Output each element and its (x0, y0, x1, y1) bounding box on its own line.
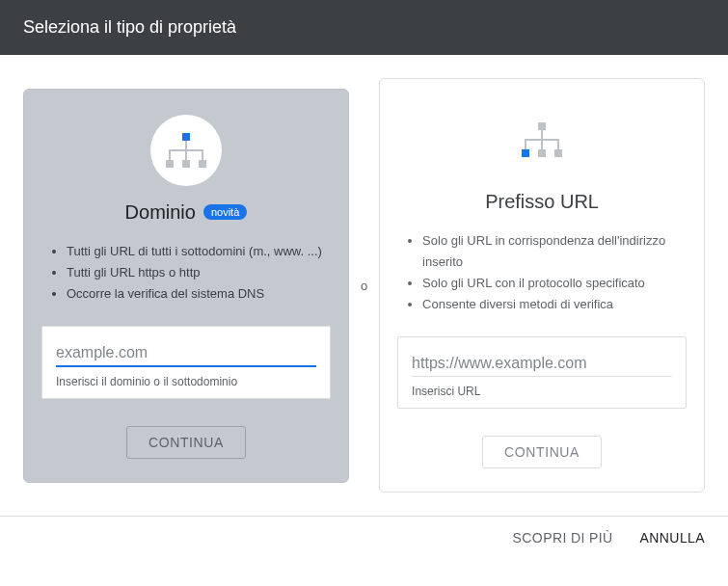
dialog-content: Dominio novità Tutti gli URL di tutti i … (0, 55, 728, 516)
svg-rect-9 (538, 122, 546, 130)
or-separator: o (361, 279, 367, 293)
dialog-footer: SCOPRI DI PIÙ ANNULLA (0, 516, 728, 559)
svg-rect-12 (554, 149, 562, 157)
list-item: Occorre la verifica del sistema DNS (67, 283, 331, 305)
domain-helper-text: Inserisci il dominio o il sottodominio (56, 375, 316, 388)
domain-continue-button[interactable]: CONTINUA (126, 426, 246, 459)
sitemap-icon (150, 115, 222, 186)
url-input[interactable] (412, 351, 672, 377)
sitemap-icon (506, 104, 578, 175)
list-item: Tutti gli URL di tutti i sottodomini (m.… (67, 241, 331, 262)
dialog-title: Seleziona il tipo di proprietà (23, 17, 236, 37)
domain-feature-list: Tutti gli URL di tutti i sottodomini (m.… (41, 241, 331, 305)
svg-rect-13 (541, 130, 543, 140)
svg-rect-7 (185, 150, 187, 160)
svg-rect-16 (541, 140, 543, 149)
svg-rect-1 (166, 160, 174, 168)
card-title-row: Dominio novità (125, 201, 248, 224)
url-prefix-property-card[interactable]: Prefisso URL Solo gli URL in corrisponde… (379, 78, 705, 493)
svg-rect-2 (182, 160, 190, 168)
card-title-row: Prefisso URL (485, 191, 599, 213)
url-continue-button[interactable]: CONTINUA (482, 436, 602, 468)
list-item: Tutti gli URL https o http (67, 262, 331, 283)
svg-rect-15 (525, 140, 526, 149)
cancel-button[interactable]: ANNULLA (640, 530, 705, 546)
dialog-header: Seleziona il tipo di proprietà (0, 0, 728, 55)
url-helper-text: Inserisci URL (412, 385, 672, 398)
list-item: Consente diversi metodi di verifica (422, 294, 687, 315)
svg-rect-6 (169, 150, 171, 160)
url-feature-list: Solo gli URL in corrispondenza dell'indi… (397, 230, 687, 315)
svg-rect-10 (522, 149, 529, 157)
card-title-domain: Dominio (125, 201, 196, 224)
svg-rect-0 (182, 133, 190, 141)
new-badge: novità (203, 204, 247, 220)
domain-input-box: Inserisci il dominio o il sottodominio (41, 326, 331, 399)
svg-rect-17 (557, 140, 559, 149)
list-item: Solo gli URL in corrispondenza dell'indi… (422, 230, 687, 273)
svg-rect-11 (538, 149, 546, 157)
domain-input[interactable] (56, 340, 316, 367)
svg-rect-8 (202, 150, 203, 160)
list-item: Solo gli URL con il protocollo specifica… (422, 273, 687, 294)
learn-more-link[interactable]: SCOPRI DI PIÙ (513, 530, 613, 546)
url-input-box: Inserisci URL (397, 336, 687, 409)
card-title-url: Prefisso URL (485, 191, 599, 213)
domain-property-card[interactable]: Dominio novità Tutti gli URL di tutti i … (23, 89, 349, 483)
svg-rect-4 (185, 141, 187, 150)
svg-rect-3 (199, 160, 206, 168)
